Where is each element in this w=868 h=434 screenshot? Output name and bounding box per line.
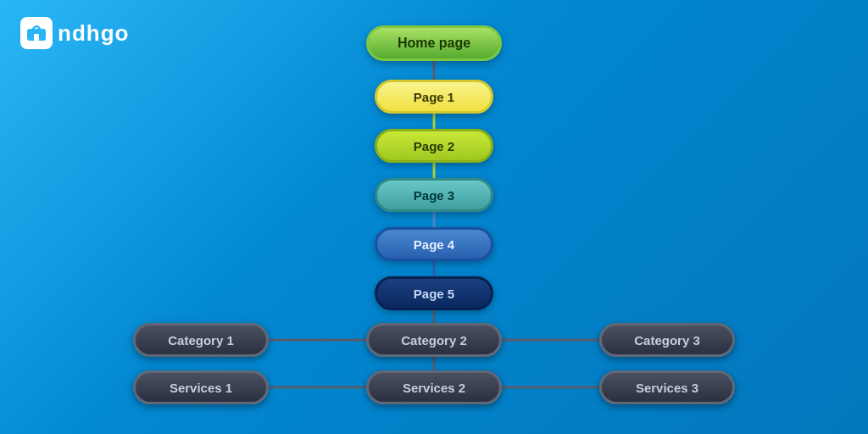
diagram: Home page Page 1 Page 2 Page 3 Page 4 Pa… xyxy=(0,0,868,434)
node-category3[interactable]: Category 3 xyxy=(599,323,735,357)
node-services1[interactable]: Services 1 xyxy=(133,370,269,404)
node-services3[interactable]: Services 3 xyxy=(599,370,735,404)
node-home[interactable]: Home page xyxy=(366,25,502,61)
node-page1[interactable]: Page 1 xyxy=(375,80,493,114)
node-services2[interactable]: Services 2 xyxy=(366,370,502,404)
node-category1[interactable]: Category 1 xyxy=(133,323,269,357)
node-page2[interactable]: Page 2 xyxy=(375,129,493,163)
node-category2[interactable]: Category 2 xyxy=(366,323,502,357)
node-page3[interactable]: Page 3 xyxy=(375,178,493,212)
node-page4[interactable]: Page 4 xyxy=(375,227,493,261)
node-page5[interactable]: Page 5 xyxy=(375,276,493,310)
